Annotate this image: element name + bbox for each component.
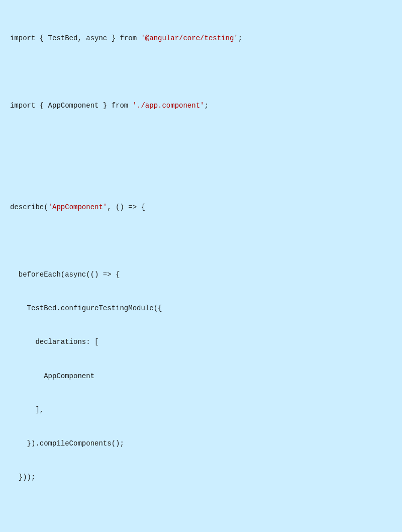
code-line-9: TestBed.configureTestingModule({ xyxy=(10,303,392,314)
code-line-15 xyxy=(10,505,392,516)
code-line-14: })); xyxy=(10,472,392,483)
code-editor: import { TestBed, async } from '@angular… xyxy=(10,10,392,532)
code-line-4 xyxy=(10,134,392,145)
code-line-2 xyxy=(10,66,392,77)
code-line-10: declarations: [ xyxy=(10,336,392,347)
code-line-3: import { AppComponent } from './app.comp… xyxy=(10,100,392,111)
code-line-6: describe('AppComponent', () => { xyxy=(10,202,392,213)
code-line-5 xyxy=(10,167,392,179)
code-line-12: ], xyxy=(10,404,392,415)
code-line-1: import { TestBed, async } from '@angular… xyxy=(10,33,392,44)
code-line-11: AppComponent xyxy=(10,371,392,382)
code-line-8: beforeEach(async(() => { xyxy=(10,269,392,280)
code-line-13: }).compileComponents(); xyxy=(10,438,392,449)
code-line-7 xyxy=(10,235,392,246)
